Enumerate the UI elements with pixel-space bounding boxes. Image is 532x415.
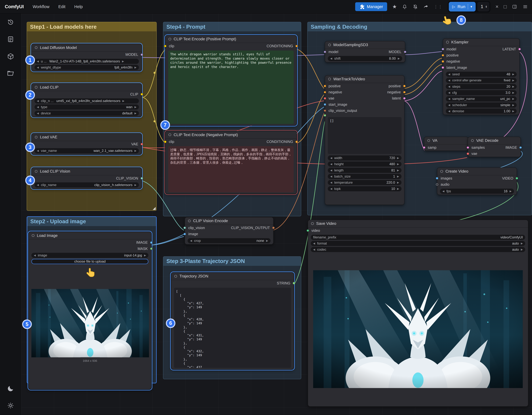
right-arrow-icon[interactable]: ▶ xyxy=(134,105,136,109)
node-header[interactable]: VA xyxy=(424,137,468,145)
right-arrow-icon[interactable]: ▶ xyxy=(123,99,124,102)
bell-icon[interactable] xyxy=(402,4,408,9)
input-slot-clip[interactable] xyxy=(164,45,166,47)
output-slot-clip[interactable] xyxy=(141,93,143,95)
widget-device[interactable]: ◀devicedefault▶ xyxy=(35,111,139,116)
output-slot-latent[interactable] xyxy=(518,48,521,50)
input-slot-image[interactable] xyxy=(183,233,186,235)
node-header[interactable]: WanTrackToVideo xyxy=(325,75,404,83)
left-arrow-icon[interactable]: ◀ xyxy=(37,149,39,152)
group-step1-title[interactable]: Step1 - Load models here xyxy=(27,22,156,31)
collapse-dot[interactable] xyxy=(35,46,38,49)
widget-scheduler[interactable]: ◀schedulersimple▶ xyxy=(446,102,517,108)
widget-length[interactable]: ◀length81▶ xyxy=(328,168,401,173)
collapse-dot[interactable] xyxy=(328,44,331,46)
left-arrow-icon[interactable]: ◀ xyxy=(330,57,332,60)
output-slot-model[interactable] xyxy=(404,51,406,53)
right-arrow-icon[interactable]: ▶ xyxy=(397,163,399,166)
left-arrow-icon[interactable]: ◀ xyxy=(448,97,450,100)
node-clip-vision-encode[interactable]: CLIP Vision Encode clip_vision CLIP_VISI… xyxy=(185,217,274,245)
left-arrow-icon[interactable]: ◀ xyxy=(330,169,332,172)
close-icon[interactable]: × xyxy=(495,4,498,10)
drag-handle-icon[interactable]: ⋮⋮ xyxy=(434,4,443,9)
theme-moon-icon[interactable] xyxy=(7,385,14,392)
collapse-dot[interactable] xyxy=(311,222,314,225)
widget-seed[interactable]: ◀seed48▶ xyxy=(446,72,517,77)
left-arrow-icon[interactable]: ◀ xyxy=(448,79,450,82)
left-arrow-icon[interactable]: ◀ xyxy=(313,242,315,245)
widget-sampler-name[interactable]: ◀sampler_nameuni_pc▶ xyxy=(446,96,517,101)
collapse-dot[interactable] xyxy=(446,41,449,43)
left-arrow-icon[interactable]: ◀ xyxy=(37,183,39,186)
node-header[interactable]: Trajectory JSON xyxy=(171,273,294,280)
model-library-cube-icon[interactable] xyxy=(7,53,14,60)
widget-width[interactable]: ◀width720▶ xyxy=(328,156,401,160)
settings-gear-icon[interactable] xyxy=(7,402,14,409)
output-slot-image[interactable] xyxy=(519,146,522,149)
collapse-dot[interactable] xyxy=(174,275,177,278)
widget-shift[interactable]: ◀shift8.00▶ xyxy=(328,56,402,61)
right-arrow-icon[interactable]: ▶ xyxy=(266,239,268,242)
input-slot-negative[interactable] xyxy=(442,60,444,63)
right-arrow-icon[interactable]: ▶ xyxy=(397,181,399,184)
widget-denoise[interactable]: ◀denoise1.00▶ xyxy=(446,109,517,114)
input-slot-vae[interactable] xyxy=(467,153,469,155)
left-arrow-icon[interactable]: ◀ xyxy=(330,175,332,178)
negative-prompt-textarea[interactable]: 过曝，静态，细节模糊不清，字幕，风格，作品，画作，画面，静止，整体发灰，最差质量… xyxy=(168,146,294,192)
input-slot-samples[interactable] xyxy=(423,146,425,149)
right-arrow-icon[interactable]: ▶ xyxy=(510,190,512,193)
left-arrow-icon[interactable]: ◀ xyxy=(313,248,315,251)
node-ksampler[interactable]: KSampler model LATENT positive negative … xyxy=(443,38,520,115)
right-arrow-icon[interactable]: ▶ xyxy=(512,79,514,82)
right-arrow-icon[interactable]: ▶ xyxy=(512,73,514,76)
node-header[interactable]: Create Video xyxy=(437,168,517,175)
widget-temperature[interactable]: ◀temperature220.0▶ xyxy=(328,180,401,185)
left-arrow-icon[interactable]: ◀ xyxy=(37,66,39,69)
widget-batch-size[interactable]: ◀batch_size1▶ xyxy=(328,174,401,179)
left-arrow-icon[interactable]: ◀ xyxy=(37,99,39,102)
right-arrow-icon[interactable]: ▶ xyxy=(122,60,124,63)
right-arrow-icon[interactable]: ▶ xyxy=(397,157,399,159)
split-view-icon[interactable] xyxy=(512,4,517,9)
widget-topk[interactable]: ◀topk10▶ xyxy=(328,186,401,191)
node-load-clip-vision[interactable]: Load CLIP Vision CLIP_VISION ◀clip_namec… xyxy=(31,167,142,189)
output-slot-conditioning[interactable] xyxy=(295,140,298,143)
right-arrow-icon[interactable]: ▶ xyxy=(144,254,146,257)
right-arrow-icon[interactable]: ▶ xyxy=(397,169,399,172)
right-arrow-icon[interactable]: ▶ xyxy=(397,187,399,190)
left-arrow-icon[interactable]: ◀ xyxy=(330,181,332,184)
left-arrow-icon[interactable]: ◀ xyxy=(448,91,450,94)
left-arrow-icon[interactable]: ◀ xyxy=(330,163,332,166)
widget-format[interactable]: ◀formatauto▶ xyxy=(311,241,525,246)
left-arrow-icon[interactable]: ◀ xyxy=(442,190,444,193)
input-slot-positive[interactable] xyxy=(324,85,326,87)
stepper-arrows-icon[interactable]: ▲▼ xyxy=(485,5,487,8)
right-arrow-icon[interactable]: ▶ xyxy=(398,57,400,60)
left-arrow-icon[interactable]: ◀ xyxy=(448,103,450,107)
node-wan-track-to-video[interactable]: WanTrackToVideo positive positive negati… xyxy=(325,75,404,205)
node-header[interactable]: Load Image xyxy=(29,232,151,240)
node-create-video[interactable]: Create Video images VIDEO audio ◀fps16▶ xyxy=(437,167,517,195)
choose-file-to-upload-button[interactable]: choose file to upload xyxy=(31,259,148,264)
node-header[interactable]: Load Diffusion Model xyxy=(32,44,142,52)
collapse-dot[interactable] xyxy=(328,78,331,80)
output-slot-clip-vision-output[interactable] xyxy=(272,227,275,229)
right-arrow-icon[interactable]: ▶ xyxy=(512,97,514,100)
bell-slash-icon[interactable] xyxy=(413,4,418,9)
node-load-vae[interactable]: Load VAE VAE ◀vae_namewan_2.1_vae.safete… xyxy=(31,133,142,155)
input-slot-model[interactable] xyxy=(324,51,326,53)
output-slot-negative[interactable] xyxy=(403,91,406,93)
input-slot-video[interactable] xyxy=(307,229,309,232)
history-icon[interactable] xyxy=(7,18,14,26)
app-logo[interactable]: ComfyUI xyxy=(5,4,24,9)
output-slot-video[interactable] xyxy=(516,177,518,180)
input-slot-negative[interactable] xyxy=(324,91,326,93)
node-vae-decode-hidden[interactable]: VA samp xyxy=(424,137,468,151)
queue-count-stepper[interactable]: 1 ▲▼ xyxy=(477,2,489,11)
output-slot-image[interactable] xyxy=(150,241,152,244)
log-list-icon[interactable] xyxy=(7,36,14,43)
workflows-folder-icon[interactable] xyxy=(7,70,14,77)
hamburger-menu-icon[interactable] xyxy=(522,4,528,9)
group-step2-title[interactable]: Step2 - Upload image xyxy=(27,217,156,226)
widget-weight-dtype[interactable]: ◀weight_dtypefp8_e4m3fn▶ xyxy=(35,65,139,70)
